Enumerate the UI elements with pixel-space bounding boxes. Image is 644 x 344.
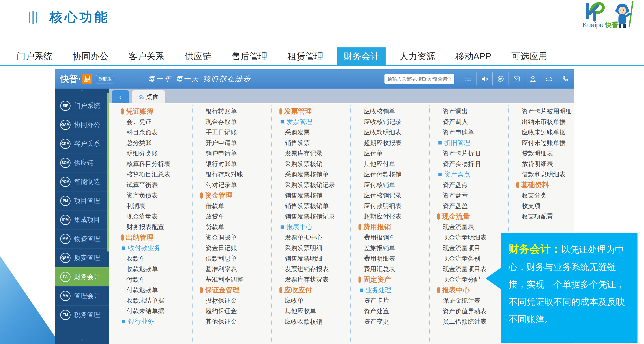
menu-item[interactable]: 应付核销记录 [358, 190, 436, 201]
tab-5[interactable]: 租赁管理 [281, 47, 330, 65]
menu-item[interactable]: 开户申请单 [200, 138, 278, 148]
menu-subgroup-header[interactable]: 业务处理 [358, 285, 436, 295]
menu-item[interactable]: 现金存取单 [200, 117, 278, 127]
sidebar-item-pm[interactable]: PM项目管理 [55, 191, 109, 210]
menu-item[interactable]: 应付单 [358, 148, 436, 159]
menu-item[interactable]: 勾对记录单 [200, 179, 278, 190]
menu-item[interactable]: 财务报表配置 [121, 222, 198, 232]
sidebar-item-tm[interactable]: TM税务管理 [55, 305, 109, 324]
sidebar-item-scm[interactable]: SCM供应链 [55, 153, 109, 172]
desktop-tab[interactable]: 桌面 [132, 90, 165, 103]
menu-item[interactable]: 付款退款单 [121, 285, 198, 295]
menu-item[interactable]: 银行存款对账 [200, 169, 278, 179]
menu-item[interactable]: 基准利率调整 [200, 274, 278, 285]
sidebar-item-pcm[interactable]: PCM智能制造 [55, 172, 109, 191]
menu-item[interactable]: 贷款单 [200, 222, 278, 232]
phone-icon[interactable] [557, 72, 573, 85]
menu-item[interactable]: 资产卡片被用明细 [516, 106, 594, 117]
menu-item[interactable]: 放贷明细表 [516, 159, 594, 169]
menu-subgroup-header[interactable]: 折旧管理 [437, 138, 514, 148]
mail-icon[interactable] [508, 72, 525, 85]
menu-item[interactable]: 其他应收单 [280, 306, 357, 316]
sidebar-item-eip[interactable]: EIP门户系统 [55, 96, 109, 115]
menu-item[interactable]: 基准利率表 [200, 264, 278, 274]
im-icon[interactable]: IM [492, 72, 508, 85]
menu-item[interactable]: 利润表 [121, 201, 198, 211]
tab-8[interactable]: 移动APP [449, 47, 498, 65]
sidebar-scroll-down-icon[interactable]: ⌄ [55, 335, 109, 343]
menu-item[interactable]: 明细分类账 [121, 148, 198, 159]
menu-item[interactable]: 资产卡片 [358, 295, 436, 306]
menu-item[interactable]: 应收款明细表 [358, 127, 436, 138]
tab-6[interactable]: 财务会计 [337, 47, 386, 65]
menu-item[interactable]: 投标保证金 [200, 295, 278, 306]
menu-item[interactable]: 销售发票核销单 [280, 201, 357, 211]
menu-item[interactable]: 销户申请单 [200, 148, 278, 159]
menu-item[interactable]: 借款单 [200, 201, 278, 211]
menu-item[interactable]: 超期应付报表 [358, 211, 436, 222]
menu-item[interactable]: 科目余额表 [121, 127, 198, 138]
search-input[interactable] [388, 76, 447, 82]
menu-item[interactable]: 贷款明细表 [516, 148, 594, 159]
tab-7[interactable]: 人力资源 [393, 47, 442, 65]
menu-item[interactable]: 应收单 [280, 295, 357, 306]
menu-item[interactable]: 核算项目汇总表 [121, 169, 198, 179]
menu-item[interactable]: 手工日记账 [200, 127, 278, 138]
menu-item[interactable]: 应收未过账单据 [516, 127, 594, 138]
menu-item[interactable]: 收款未结单据 [121, 295, 198, 306]
menu-item[interactable]: 现金流量表 [437, 222, 514, 232]
sidebar-item-ma[interactable]: MA管理会计 [55, 286, 109, 305]
user-icon[interactable] [525, 72, 541, 85]
menu-item[interactable]: 采购发票明细 [280, 243, 357, 253]
menu-item[interactable]: 资产处置 [358, 306, 436, 316]
menu-item[interactable]: 付款未结单据 [121, 306, 198, 316]
menu-item[interactable]: 发票库存状况表 [280, 274, 357, 285]
menu-item[interactable]: 采购发票核销记录 [280, 179, 357, 190]
menu-subgroup-header[interactable]: 银行业务 [121, 316, 198, 327]
tab-9[interactable]: 可选应用 [505, 47, 554, 65]
sidebar-item-crm[interactable]: CRM客户关系 [55, 134, 109, 153]
menu-item[interactable]: 其他应付单 [358, 159, 436, 169]
menu-item[interactable]: 其他保证金 [200, 316, 278, 327]
sidebar-item-mm[interactable]: MM物资管理 [55, 229, 109, 248]
menu-item[interactable]: 资产卡片折旧 [437, 148, 514, 159]
menu-item[interactable]: 费用报销单 [358, 232, 436, 243]
menu-item[interactable]: 应付款明细表 [358, 201, 436, 211]
menu-item[interactable]: 银行转账单 [200, 106, 278, 117]
menu-item[interactable]: 发票进销存报表 [280, 264, 357, 274]
menu-item[interactable]: 销售发票核销 [280, 190, 357, 201]
menu-item[interactable]: 资金日记账 [200, 243, 278, 253]
menu-item[interactable]: 收款退款单 [121, 264, 198, 274]
menu-item[interactable]: 应收收款核销 [280, 316, 357, 327]
menu-item[interactable]: 采购发票核销 [280, 159, 357, 169]
menu-item[interactable]: 超期应收报表 [358, 138, 436, 148]
menu-item[interactable]: 销售发票核销记录 [280, 211, 357, 222]
menu-item[interactable]: 收支项 [516, 201, 594, 211]
menu-item[interactable]: 资产负债表 [121, 190, 198, 201]
menu-item[interactable]: 采购发票 [280, 127, 357, 138]
menu-subgroup-header[interactable]: 收付款业务 [121, 243, 198, 253]
menu-item[interactable]: 应付未过账单据 [516, 138, 594, 148]
sidebar-item-oam[interactable]: OAM协同办公 [55, 115, 109, 134]
menu-item[interactable]: 资产盘盈 [437, 201, 514, 211]
menu-item[interactable]: 现金流量表 [121, 211, 198, 222]
tab-0[interactable]: 门户系统 [10, 47, 59, 65]
sidebar-scrollbar[interactable] [107, 93, 109, 252]
sidebar-item-ipm[interactable]: IPM集成项目 [55, 210, 109, 229]
menu-item[interactable]: 收支分类 [516, 190, 594, 201]
menu-item[interactable]: 会计凭证 [121, 117, 198, 127]
menu-subgroup-header[interactable]: 资产盘点 [437, 169, 514, 179]
tab-3[interactable]: 供应链 [178, 47, 218, 65]
menu-item[interactable]: 放贷单 [200, 211, 278, 222]
menu-item[interactable]: 资产调入 [437, 117, 514, 127]
menu-item[interactable]: 资产盘亏 [437, 190, 514, 201]
menu-item[interactable]: 应付付款核销 [358, 169, 436, 179]
menu-item[interactable]: 资产实物折旧 [437, 159, 514, 169]
menu-item[interactable]: 收款单 [121, 253, 198, 264]
menu-item[interactable]: 资产盘点 [437, 179, 514, 190]
menu-item[interactable]: 付款单 [121, 274, 198, 285]
back-button[interactable]: ‹ [112, 90, 129, 103]
menu-item[interactable]: 核算科目分析表 [121, 159, 198, 169]
menu-item[interactable]: 银行对账单 [200, 159, 278, 169]
menu-subgroup-header[interactable]: 发票管理 [280, 117, 357, 127]
